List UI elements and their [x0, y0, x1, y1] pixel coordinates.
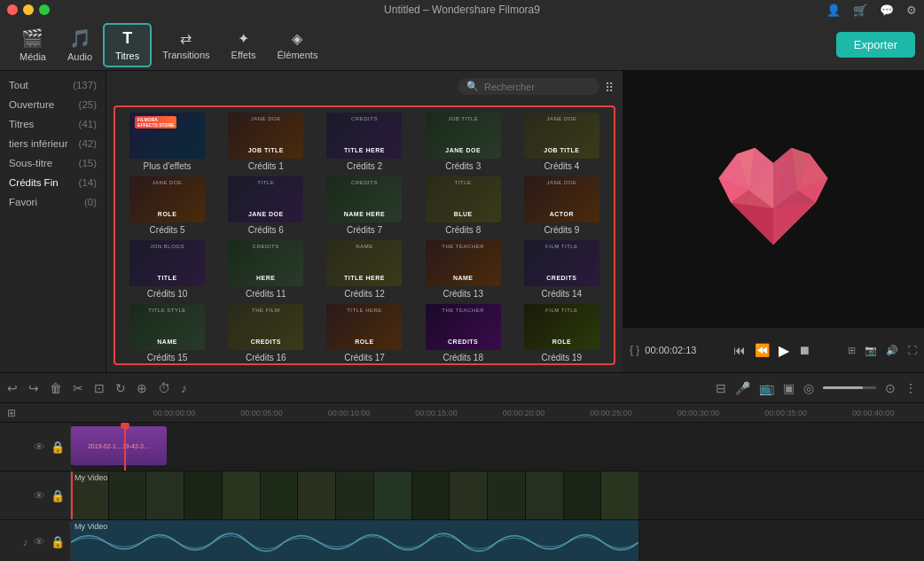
sidebar-item-credits-fin[interactable]: Crédits Fin (14)	[0, 173, 106, 192]
list-item[interactable]: TITLE STYLE NAME Crédits 15	[121, 304, 214, 362]
titres-tab[interactable]: T Titres	[103, 23, 152, 67]
skip-back-icon[interactable]: ⏮	[733, 343, 746, 357]
screen-record-icon[interactable]: 📺	[759, 381, 774, 395]
mic-icon[interactable]: 🎤	[735, 381, 750, 395]
sidebar-item-tiers[interactable]: tiers inférieur (42)	[0, 134, 106, 153]
sidebar-item-titres[interactable]: Titres (41)	[0, 114, 106, 134]
cut-icon[interactable]: ✂	[73, 381, 83, 395]
title-thumb-14[interactable]: FILM TITLE CREDITS	[524, 240, 599, 286]
settings-icon[interactable]: ⚙	[906, 4, 917, 17]
sidebar-item-ouverture[interactable]: Ouverture (25)	[0, 95, 106, 114]
title-thumb-7[interactable]: CREDITS NAME HERE	[326, 176, 402, 222]
list-item[interactable]: CREDITS TITLE HERE Crédits 2	[317, 113, 411, 171]
cart-icon[interactable]: 🛒	[853, 4, 867, 17]
eye-icon[interactable]: 👁	[34, 489, 45, 503]
title-thumb-13[interactable]: THE TEACHER NAME	[426, 240, 501, 286]
grid-view-icon[interactable]: ⠿	[605, 81, 614, 95]
redo-icon[interactable]: ↪	[28, 381, 39, 395]
fit-icon[interactable]: ⊙	[885, 381, 896, 395]
crop-icon[interactable]: ⊡	[94, 381, 105, 395]
list-item[interactable]: TITLE BLUE Crédits 8	[417, 176, 510, 235]
search-input[interactable]	[484, 82, 573, 92]
stabilize-icon[interactable]: ◎	[803, 381, 814, 395]
step-back-icon[interactable]: ⏪	[755, 343, 770, 357]
sidebar-item-sous-titre[interactable]: Sous-titre (15)	[0, 153, 106, 173]
camera-icon[interactable]: 📷	[865, 345, 877, 356]
list-item[interactable]: CREDITS NAME HERE Crédits 7	[317, 176, 411, 235]
title-thumb-3[interactable]: JOB TITLE JANE DOE	[426, 113, 501, 159]
audio-tab[interactable]: 🎵 Audio	[57, 23, 103, 66]
title-thumb-11[interactable]: CREDITS HERE	[228, 240, 303, 286]
title-thumb-1[interactable]: JANE DOE JOB TITLE	[228, 113, 303, 159]
eye-icon[interactable]: 👁	[34, 440, 45, 454]
title-thumb-8[interactable]: TITLE BLUE	[426, 176, 501, 222]
transitions-tab[interactable]: ⇄ Transitions	[152, 26, 220, 65]
search-bar[interactable]: 🔍	[458, 78, 599, 95]
expand-icon[interactable]: ⛶	[907, 345, 917, 355]
more-icon[interactable]: ⋮	[904, 381, 917, 395]
speed-icon[interactable]: ⏱	[158, 381, 170, 395]
sidebar-item-tout[interactable]: Tout (137)	[0, 75, 106, 95]
audio-clip[interactable]: My Video	[71, 520, 638, 561]
undo-icon[interactable]: ↩	[7, 381, 18, 395]
title-thumb-plus-effects[interactable]: FILMORAEFFECTS STORE	[129, 113, 205, 159]
list-item[interactable]: TITLE HERE ROLE Crédits 17	[317, 304, 411, 362]
title-thumb-10[interactable]: JON BLOGS TITLE	[129, 240, 205, 286]
title-thumb-18[interactable]: THE TEACHER CREDITS	[426, 304, 501, 350]
lock-icon[interactable]: 🔒	[51, 535, 65, 549]
list-item[interactable]: THE FILM CREDITS Crédits 16	[219, 304, 312, 362]
overlay-icon[interactable]: ⊕	[137, 381, 147, 395]
title-thumb-12[interactable]: NAME TITLE HERE	[326, 240, 402, 286]
list-item[interactable]: CREDITS HERE Crédits 11	[219, 240, 312, 299]
rotate-icon[interactable]: ↻	[115, 381, 126, 395]
fullscreen-icon[interactable]: ⊞	[848, 345, 856, 356]
mask-icon[interactable]: ⊟	[716, 381, 726, 395]
list-item[interactable]: THE TEACHER NAME Crédits 13	[417, 240, 510, 299]
list-item[interactable]: JON BLOGS TITLE Crédits 10	[121, 240, 214, 299]
zoom-slider[interactable]	[823, 386, 876, 389]
sidebar-item-favori[interactable]: Favori (0)	[0, 192, 106, 212]
list-item[interactable]: NAME TITLE HERE Crédits 12	[317, 240, 411, 299]
add-track-icon[interactable]: ⊞	[7, 407, 16, 419]
music-icon[interactable]: ♪	[23, 535, 29, 549]
list-item[interactable]: JANE DOE JOB TITLE Crédits 1	[219, 113, 312, 171]
effets-tab[interactable]: ✦ Effets	[221, 26, 267, 65]
list-item[interactable]: JANE DOE JOB TITLE Crédits 4	[515, 113, 608, 171]
delete-icon[interactable]: 🗑	[50, 381, 62, 395]
eye-icon[interactable]: 👁	[34, 535, 45, 549]
volume-icon[interactable]: 🔊	[886, 345, 898, 356]
play-icon[interactable]: ▶	[779, 342, 789, 359]
lock-icon[interactable]: 🔒	[51, 440, 65, 454]
title-thumb-19[interactable]: FILM TITLE ROLE	[524, 304, 599, 350]
title-clip[interactable]: 2019-02-1…19-42-3…	[71, 426, 167, 465]
list-item[interactable]: TITLE JANE DOE Crédits 6	[219, 176, 312, 235]
list-item[interactable]: FILM TITLE CREDITS Crédits 14	[515, 240, 608, 299]
minimize-button[interactable]	[23, 4, 34, 15]
stop-icon[interactable]: ⏹	[798, 343, 810, 357]
title-thumb-15[interactable]: TITLE STYLE NAME	[129, 304, 205, 350]
title-thumb-17[interactable]: TITLE HERE ROLE	[326, 304, 402, 350]
person-icon[interactable]: 👤	[826, 4, 841, 17]
close-button[interactable]	[7, 4, 18, 15]
list-item[interactable]: THE TEACHER CREDITS Crédits 18	[417, 304, 510, 362]
list-item[interactable]: FILM TITLE ROLE Crédits 19	[515, 304, 608, 362]
title-thumb-2[interactable]: CREDITS TITLE HERE	[326, 113, 402, 159]
video-clip[interactable]	[71, 471, 638, 519]
title-thumb-9[interactable]: JANE DOE ACTOR	[524, 176, 599, 222]
title-thumb-4[interactable]: JANE DOE JOB TITLE	[524, 113, 599, 159]
pip-icon[interactable]: ▣	[783, 381, 795, 395]
title-thumb-6[interactable]: TITLE JANE DOE	[228, 176, 303, 222]
list-item[interactable]: JOB TITLE JANE DOE Crédits 3	[417, 113, 510, 171]
lock-icon[interactable]: 🔒	[51, 489, 65, 503]
list-item[interactable]: JANE DOE ACTOR Crédits 9	[515, 176, 608, 235]
list-item[interactable]: FILMORAEFFECTS STORE Plus d'effets	[121, 113, 214, 171]
elements-tab[interactable]: ◈ Éléments	[267, 26, 329, 65]
title-thumb-16[interactable]: THE FILM CREDITS	[228, 304, 303, 350]
maximize-button[interactable]	[39, 4, 50, 15]
media-tab[interactable]: 🎬 Média	[9, 23, 57, 66]
audio-icon[interactable]: ♪	[181, 381, 187, 395]
title-thumb-5[interactable]: JANE DOE ROLE	[129, 176, 205, 222]
export-button[interactable]: Exporter	[836, 32, 915, 58]
help-icon[interactable]: 💬	[880, 4, 894, 17]
list-item[interactable]: JANE DOE ROLE Crédits 5	[121, 176, 214, 235]
